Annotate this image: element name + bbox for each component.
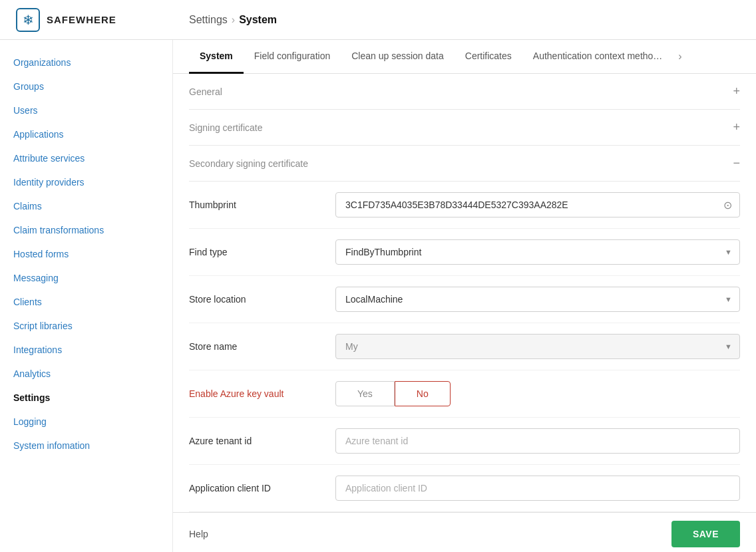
azure-tenant-id-input[interactable] <box>335 428 740 454</box>
breadcrumb-parent[interactable]: Settings <box>189 14 228 26</box>
app-client-id-row: Application client ID <box>189 465 740 512</box>
sidebar-item-hosted-forms[interactable]: Hosted forms <box>0 242 172 266</box>
sidebar-item-system-information[interactable]: System infomation <box>0 434 172 458</box>
azure-tenant-id-label: Azure tenant id <box>189 436 335 446</box>
tab-bar: System Field configuration Clean up sess… <box>173 40 756 74</box>
thumbprint-input[interactable] <box>335 192 740 217</box>
sidebar-item-logging[interactable]: Logging <box>0 410 172 434</box>
snowflake-icon: ❄ <box>23 12 34 28</box>
general-section-toggle[interactable]: + <box>733 84 740 98</box>
tab-field-configuration[interactable]: Field configuration <box>244 40 341 74</box>
sidebar-item-integrations[interactable]: Integrations <box>0 338 172 362</box>
app-header: ❄ SAFEWHERE Settings › System <box>0 0 756 40</box>
logo: ❄ SAFEWHERE <box>16 8 189 32</box>
azure-tenant-id-control <box>335 428 740 454</box>
find-type-select[interactable]: FindByThumbprint FindBySubjectName FindB… <box>335 239 740 265</box>
azure-key-vault-toggle-group: Yes No <box>335 381 740 406</box>
store-location-control: LocalMachine CurrentUser <box>335 287 740 312</box>
store-name-control: My Root TrustedPeople TrustedPublisher <box>335 334 740 359</box>
no-button[interactable]: No <box>395 381 451 406</box>
breadcrumb: Settings › System <box>189 14 277 26</box>
sidebar-item-applications[interactable]: Applications <box>0 122 172 146</box>
sidebar-item-attribute-services[interactable]: Attribute services <box>0 146 172 170</box>
azure-key-vault-row: Enable Azure key vault Yes No <box>189 370 740 418</box>
sidebar-item-clients[interactable]: Clients <box>0 290 172 314</box>
logo-icon: ❄ <box>16 8 40 32</box>
save-button[interactable]: SAVE <box>671 521 740 547</box>
tab-clean-up-session-data[interactable]: Clean up session data <box>341 40 455 74</box>
help-link[interactable]: Help <box>189 529 208 539</box>
tabs-scroll-right[interactable]: › <box>673 40 687 73</box>
main-layout: Organizations Groups Users Applications … <box>0 40 756 552</box>
signing-cert-section-toggle[interactable]: + <box>733 120 740 134</box>
app-client-id-input[interactable] <box>335 476 740 501</box>
breadcrumb-current: System <box>239 14 277 26</box>
find-type-row: Find type FindByThumbprint FindBySubject… <box>189 229 740 276</box>
store-location-label: Store location <box>189 294 335 305</box>
azure-key-vault-label: Enable Azure key vault <box>189 388 335 399</box>
thumbprint-label: Thumbprint <box>189 200 335 210</box>
tab-authentication-context[interactable]: Authentication context metho… <box>522 40 673 74</box>
general-section-title: General <box>189 86 222 97</box>
secondary-signing-cert-section-title: Secondary signing certificate <box>189 158 308 169</box>
sidebar-item-claim-transformations[interactable]: Claim transformations <box>0 218 172 242</box>
store-name-label: Store name <box>189 341 335 352</box>
app-client-id-control <box>335 476 740 501</box>
azure-tenant-id-row: Azure tenant id <box>189 418 740 465</box>
page-footer: Help SAVE <box>173 512 756 552</box>
azure-key-vault-control: Yes No <box>335 381 740 406</box>
find-type-label: Find type <box>189 247 335 257</box>
download-icon[interactable]: ⊙ <box>723 199 732 211</box>
store-name-select[interactable]: My Root TrustedPeople TrustedPublisher <box>335 334 740 359</box>
sidebar-item-settings[interactable]: Settings <box>0 386 172 410</box>
app-client-id-label: Application client ID <box>189 483 335 493</box>
sidebar-item-claims[interactable]: Claims <box>0 194 172 218</box>
secondary-signing-cert-section-header[interactable]: Secondary signing certificate − <box>189 146 740 182</box>
store-location-row: Store location LocalMachine CurrentUser <box>189 276 740 323</box>
sidebar-item-organizations[interactable]: Organizations <box>0 51 172 74</box>
store-location-select[interactable]: LocalMachine CurrentUser <box>335 287 740 312</box>
general-section-header[interactable]: General + <box>189 74 740 110</box>
find-type-control: FindByThumbprint FindBySubjectName FindB… <box>335 239 740 265</box>
store-name-row: Store name My Root TrustedPeople Trusted… <box>189 323 740 370</box>
settings-content: General + Signing certificate + Secondar… <box>173 74 756 512</box>
breadcrumb-separator: › <box>232 14 235 26</box>
signing-cert-section-title: Signing certificate <box>189 122 263 133</box>
tab-system[interactable]: System <box>189 40 244 74</box>
sidebar-item-analytics[interactable]: Analytics <box>0 362 172 386</box>
sidebar-item-identity-providers[interactable]: Identity providers <box>0 170 172 194</box>
signing-cert-section-header[interactable]: Signing certificate + <box>189 110 740 146</box>
yes-button[interactable]: Yes <box>335 381 395 406</box>
sidebar-item-groups[interactable]: Groups <box>0 74 172 98</box>
tab-certificates[interactable]: Certificates <box>455 40 522 74</box>
thumbprint-row: Thumbprint ⊙ <box>189 182 740 229</box>
sidebar: Organizations Groups Users Applications … <box>0 40 173 552</box>
main-content: System Field configuration Clean up sess… <box>173 40 756 552</box>
sidebar-item-script-libraries[interactable]: Script libraries <box>0 314 172 338</box>
logo-text: SAFEWHERE <box>47 14 116 25</box>
sidebar-item-users[interactable]: Users <box>0 98 172 122</box>
thumbprint-control: ⊙ <box>335 192 740 217</box>
secondary-signing-cert-section-toggle[interactable]: − <box>733 156 740 170</box>
sidebar-item-messaging[interactable]: Messaging <box>0 266 172 290</box>
